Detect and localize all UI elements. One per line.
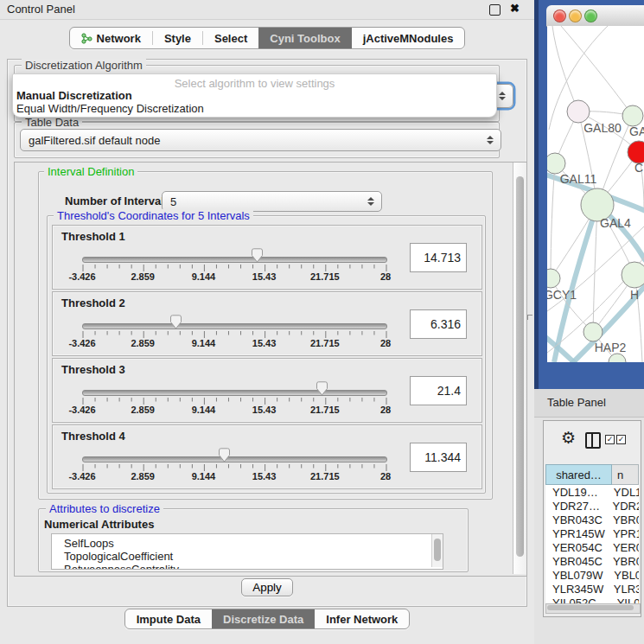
table-cell-name: YPR1: [613, 527, 639, 540]
tab-infer-network[interactable]: Infer Network: [315, 609, 409, 628]
threshold-value-field[interactable]: 14.713: [410, 243, 467, 272]
table-row[interactable]: YDR27…YDR2: [545, 499, 639, 513]
algorithm-dropdown-popup: Select algorithm to view settings Manual…: [12, 73, 497, 118]
column-header-shared-name[interactable]: shared…: [545, 464, 612, 485]
control-panel-titlebar: Control Panel ✖: [0, 0, 534, 20]
network-node[interactable]: [622, 105, 643, 126]
table-cell-name: YDR2: [612, 500, 639, 513]
dropdown-option-equal-width-frequency[interactable]: Equal Width/Frequency Discretization: [16, 102, 204, 115]
columns-icon[interactable]: [585, 432, 601, 449]
attribute-list-item[interactable]: BetweennessCentrality: [52, 563, 443, 570]
minimize-traffic-light-icon[interactable]: [569, 10, 582, 22]
network-node[interactable]: [583, 322, 603, 341]
table-header-row: shared… n: [545, 464, 639, 485]
group-title: Table Data: [22, 116, 82, 129]
network-window-titlebar[interactable]: [546, 5, 644, 27]
network-node-label: GAL80: [583, 121, 622, 135]
tab-label: Style: [164, 32, 191, 45]
group-title: Attributes to discretize: [46, 502, 163, 515]
slider-tick-label: 9.144: [192, 338, 216, 348]
table-cell-name: YBL0: [614, 569, 639, 582]
threshold-value-field[interactable]: 6.316: [410, 309, 467, 339]
close-icon[interactable]: ✖: [510, 2, 520, 15]
network-node-label: GCY1: [547, 288, 577, 302]
threshold-value-field[interactable]: 11.344: [410, 443, 467, 472]
table-cell-name: YBR0: [613, 555, 639, 568]
network-node[interactable]: [547, 153, 565, 174]
slider-tick-label: 21.715: [310, 471, 340, 481]
horizontal-scrollbar-thumb[interactable]: [547, 605, 634, 610]
slider-tick-label: -3.426: [68, 338, 95, 348]
slider-tick-label: -3.426: [68, 405, 95, 415]
network-node[interactable]: [567, 100, 590, 123]
column-header-name[interactable]: n: [612, 464, 639, 485]
network-node-label: GA: [629, 124, 644, 138]
panel-title: Control Panel: [7, 3, 75, 16]
threshold-slider-handle[interactable]: [316, 381, 328, 396]
slider-tick-label: 9.144: [192, 405, 216, 415]
tab-jactivemnodules[interactable]: jActiveMNodules: [352, 28, 465, 48]
table-cell-name: YDL1: [614, 486, 639, 499]
network-canvas[interactable]: GAL80GACGAL11GAL4GCY1HHAP2: [547, 26, 644, 362]
vertical-scrollbar-thumb[interactable]: [516, 176, 524, 557]
checkbox-icon[interactable]: ✓: [616, 435, 626, 444]
slider-tick-label: 2.859: [131, 271, 155, 282]
slider-ticks: [82, 265, 387, 273]
gear-icon[interactable]: ⚙: [561, 428, 576, 448]
threshold-value-field[interactable]: 21.4: [410, 376, 467, 405]
table-row[interactable]: YBR045CYBR0: [545, 554, 639, 568]
tab-cyni-toolbox[interactable]: Cyni Toolbox: [258, 28, 351, 48]
threshold-slider-track[interactable]: [82, 456, 387, 462]
slider-tick-label: -3.426: [68, 471, 95, 481]
slider-tick-label: 15.43: [252, 405, 277, 415]
zoom-traffic-light-icon[interactable]: [584, 10, 597, 22]
tab-select[interactable]: Select: [203, 28, 258, 48]
threshold-slider-track[interactable]: [82, 323, 387, 329]
splitter-handle[interactable]: [527, 315, 532, 320]
tab-network[interactable]: Network: [70, 28, 152, 48]
list-scrollbar[interactable]: [431, 534, 443, 567]
network-node[interactable]: [547, 269, 560, 288]
table-data-select[interactable]: galFiltered.sif default node: [20, 129, 501, 151]
network-node-label: C: [634, 161, 643, 175]
float-window-icon[interactable]: [489, 4, 501, 16]
threshold-slider-track[interactable]: [82, 390, 387, 396]
threshold-slider-handle[interactable]: [218, 448, 231, 462]
threshold-slider-track[interactable]: [82, 257, 387, 263]
network-node[interactable]: [622, 262, 644, 288]
threshold-slider-handle[interactable]: [251, 248, 264, 263]
table-row[interactable]: YLR345WYLR3: [545, 582, 639, 596]
table-row[interactable]: YBL079WYBL0: [545, 568, 639, 582]
tab-style[interactable]: Style: [153, 28, 202, 48]
table-row[interactable]: YDL19…YDL1: [545, 485, 639, 499]
group-title: Discretization Algorithm: [22, 59, 146, 72]
horizontal-scrollbar[interactable]: [545, 603, 641, 614]
close-traffic-light-icon[interactable]: [553, 10, 566, 22]
table-cell-name: YBR0: [613, 513, 639, 526]
checkbox-icon[interactable]: ✓: [605, 435, 615, 444]
tab-impute-data[interactable]: Impute Data: [125, 609, 212, 628]
threshold-slider-handle[interactable]: [169, 315, 182, 329]
table-row[interactable]: YPR145WYPR1: [545, 526, 639, 540]
slider-tick-label: 2.859: [131, 405, 155, 415]
list-scrollbar-thumb[interactable]: [434, 539, 441, 561]
interval-definition-group: Interval Definition Number of Intervals …: [38, 171, 493, 500]
dropdown-option-manual-discretization[interactable]: Manual Discretization: [16, 89, 132, 102]
tab-label: Infer Network: [326, 613, 398, 626]
table-row[interactable]: YER054CYER0: [545, 540, 639, 554]
network-node-label: HAP2: [595, 341, 627, 354]
attribute-list-item[interactable]: SelfLoops: [52, 537, 443, 550]
slider-tick-label: 21.715: [310, 405, 340, 415]
table-cell-name: YLR3: [614, 583, 639, 596]
tab-discretize-data[interactable]: Discretize Data: [212, 609, 315, 628]
combo-stepper-icon: [367, 197, 374, 206]
slider-tick-label: 9.144: [192, 471, 216, 481]
apply-button[interactable]: Apply: [241, 578, 292, 596]
table-panel-title: Table Panel: [547, 396, 606, 409]
table-rows: YDL19…YDL1YDR27…YDR2YBR043CYBR0YPR145WYP…: [545, 485, 639, 606]
threshold-label: Threshold 1: [61, 230, 125, 243]
table-row[interactable]: YBR043CYBR0: [545, 513, 639, 526]
vertical-scrollbar[interactable]: [513, 163, 526, 574]
threshold-panel-2: Threshold 2-3.4262.8599.14415.4321.71528…: [52, 291, 482, 356]
attribute-list-item[interactable]: TopologicalCoefficient: [52, 550, 443, 563]
